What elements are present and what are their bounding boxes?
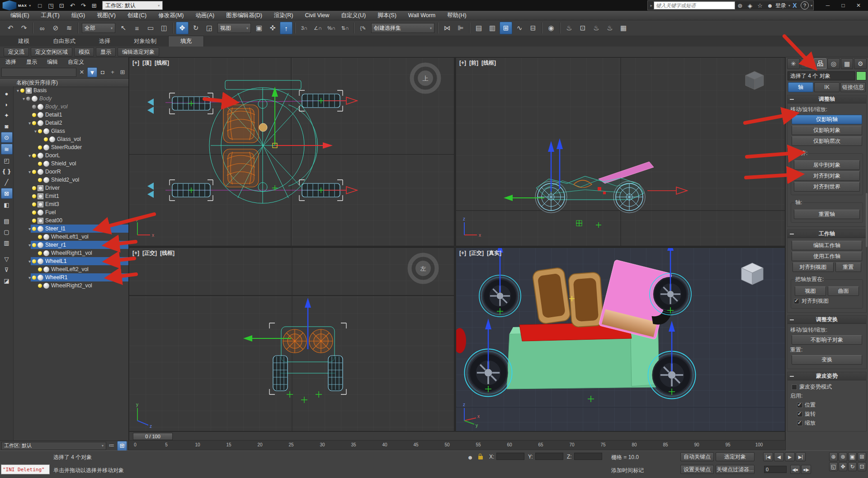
tree-row-Shield2_vol[interactable]: Shield2_vol <box>14 176 128 184</box>
reset-transform-button[interactable]: 变换 <box>792 355 862 365</box>
tree-item-body[interactable]: WheelL1 <box>31 257 128 265</box>
render-production-icon[interactable]: ♨ <box>590 22 603 34</box>
track-bar[interactable]: ∿ 05101520253035404550556065707580859095… <box>129 441 785 450</box>
viewport-view-label[interactable]: [顶] <box>142 60 151 66</box>
tree-item-body[interactable]: DoorL <box>31 151 128 159</box>
visibility-bulb-icon[interactable] <box>32 219 36 223</box>
visibility-bulb-icon[interactable] <box>38 162 42 166</box>
tree-item-body[interactable]: Fuel <box>31 208 128 216</box>
menu-item-11[interactable]: 脚本(S) <box>372 11 402 20</box>
ribbon-subtab-1[interactable]: 定义空闲区域 <box>31 47 72 56</box>
explorer-menu-1[interactable]: 显示 <box>26 58 37 66</box>
tree-item-body[interactable]: Glass <box>37 127 128 135</box>
pan-icon[interactable]: ✥ <box>839 462 847 471</box>
help-icon[interactable]: ? <box>801 1 809 9</box>
max-logo-icon[interactable] <box>2 0 17 10</box>
render-iterative-icon[interactable]: ♨ <box>604 22 616 34</box>
time-slider-handle[interactable]: 0 / 100 <box>133 433 173 440</box>
skin-pose-mode-row[interactable]: 蒙皮姿势模式 <box>792 383 862 391</box>
tree-item-label[interactable]: WheelLeft1_vol <box>51 234 89 240</box>
tree-row-Driver[interactable]: Driver <box>14 184 128 192</box>
align-to-object-button[interactable]: 对齐到对象 <box>794 171 860 181</box>
viewport-ortho-shaded[interactable]: [+][正交][真实] <box>456 248 785 431</box>
tree-item-body[interactable]: Glass_vol <box>42 135 128 143</box>
visibility-bulb-icon[interactable] <box>32 276 36 280</box>
signin-label[interactable]: 登录 <box>775 2 786 9</box>
tree-item-label[interactable]: Seat00 <box>45 217 62 224</box>
explorer-menu-3[interactable]: 自定义 <box>68 58 84 66</box>
tree-item-label[interactable]: Body <box>39 95 52 102</box>
align-to-view-checkbox-row[interactable]: 对齐到视图 <box>794 297 860 305</box>
mirror-icon[interactable]: ⋈ <box>441 22 453 34</box>
tree-item-label[interactable]: Shield2_vol <box>51 177 79 183</box>
place-pivot-surface-button[interactable]: 曲面 <box>828 286 859 296</box>
close-icon[interactable]: ✕ <box>852 1 865 10</box>
reset-working-pivot-button[interactable]: 重置 <box>835 262 861 272</box>
use-working-pivot-button[interactable]: 使用工作轴 <box>792 252 862 261</box>
tree-row-WheelL1[interactable]: ▾WheelL1 <box>14 257 128 265</box>
tree-row-DoorL[interactable]: ▾DoorL <box>14 151 128 159</box>
redo-icon[interactable]: ↷ <box>18 22 30 34</box>
visibility-bulb-icon[interactable] <box>38 129 42 133</box>
tree-row-Seat00[interactable]: Seat00 <box>14 216 128 225</box>
favorites-icon[interactable]: ☆ <box>755 1 764 9</box>
tree-item-label[interactable]: Shield_vol <box>51 160 76 167</box>
visibility-bulb-icon[interactable] <box>32 154 36 158</box>
position-checkbox[interactable] <box>797 403 802 408</box>
visibility-bulb-icon[interactable] <box>32 227 36 231</box>
select-and-manipulate-icon[interactable]: ✜ <box>266 22 279 34</box>
tree-row-WheelLeft2_vol[interactable]: WheelLeft2_vol <box>14 265 128 273</box>
select-and-place-icon[interactable]: ↑ <box>280 22 292 34</box>
visibility-bulb-icon[interactable] <box>20 89 24 93</box>
selection-lock-icon[interactable] <box>478 456 483 459</box>
viewport-view-label[interactable]: [正交] <box>469 250 484 256</box>
save-file-icon[interactable]: ⊡ <box>57 1 66 10</box>
key-step-forward-icon[interactable]: ●▶ <box>801 465 811 474</box>
tree-row-Basis[interactable]: ▾Basis <box>14 86 128 94</box>
signin-icon[interactable]: ☻ <box>765 1 774 9</box>
visibility-bulb-icon[interactable] <box>32 170 36 174</box>
rendered-frame-window-icon[interactable]: ⊡ <box>576 22 589 34</box>
rollout-header-adjust-pivot[interactable]: 调整轴 <box>788 95 866 103</box>
menu-item-4[interactable]: 创建(C) <box>122 11 152 20</box>
undo-icon[interactable]: ↶ <box>4 22 17 34</box>
explorer-workspace-dropdown[interactable]: 工作区: 默认▾ <box>1 442 106 450</box>
maximize-icon[interactable]: □ <box>836 1 850 10</box>
align-icon[interactable]: ⊫ <box>454 22 467 34</box>
tree-item-body[interactable]: WheelRight1_vol <box>37 249 128 257</box>
window-crossing-icon[interactable]: ◫ <box>158 22 170 34</box>
display-tab-icon[interactable]: ▦ <box>841 58 854 69</box>
visibility-bulb-icon[interactable] <box>38 251 42 255</box>
filter-materials-icon[interactable]: ◧ <box>1 200 12 210</box>
z-coordinate-field[interactable] <box>574 453 602 460</box>
visibility-bulb-icon[interactable] <box>32 259 36 263</box>
tree-item-label[interactable]: WheelLeft2_vol <box>51 266 89 272</box>
viewport-view-label[interactable]: [前] <box>469 60 478 66</box>
tree-item-body[interactable]: Shield2_vol <box>37 176 128 184</box>
maxscript-mini-listener[interactable]: "INI Deleting" <box>1 464 50 474</box>
new-folder-icon[interactable]: ⊞ <box>118 67 127 76</box>
spinner-snap-icon[interactable]: ⇅∩ <box>339 22 351 34</box>
tree-item-label[interactable]: Basis <box>33 87 47 94</box>
next-frame-icon[interactable]: ▶| <box>796 452 806 461</box>
menu-item-3[interactable]: 视图(V) <box>91 11 122 20</box>
tree-item-label[interactable]: Fuel <box>45 209 56 216</box>
ribbon-tab-2[interactable]: 选择 <box>87 36 122 47</box>
zoom-all-icon[interactable]: ⊛ <box>839 452 847 461</box>
tree-row-Emit1[interactable]: Emit1 <box>14 192 128 200</box>
bind-to-spacewarp-icon[interactable]: ≋ <box>63 22 75 34</box>
affect-object-only-button[interactable]: 仅影响对象 <box>792 126 862 135</box>
tree-item-body[interactable]: Detail1 <box>31 111 128 119</box>
tree-row-WheelRight2_vol[interactable]: WheelRight2_vol <box>14 281 128 290</box>
viewport-menu-plus[interactable]: [+] <box>132 250 139 256</box>
time-slider[interactable]: 0 / 100 <box>129 431 785 441</box>
tree-row-Detail2[interactable]: ▾Detail2 <box>14 119 128 127</box>
ribbon-tab-3[interactable]: 对象绘制 <box>122 36 168 47</box>
align-to-world-button[interactable]: 对齐到世界 <box>794 182 860 192</box>
tree-item-label[interactable]: Emit1 <box>45 193 59 199</box>
undo-icon[interactable]: ↶ <box>67 1 77 10</box>
ribbon-tab-1[interactable]: 自由形式 <box>41 36 87 47</box>
communication-center-icon[interactable]: ◈ <box>745 1 755 9</box>
zoom-icon[interactable]: ⊕ <box>829 452 838 461</box>
tree-item-body[interactable]: Body_vol <box>31 103 128 111</box>
